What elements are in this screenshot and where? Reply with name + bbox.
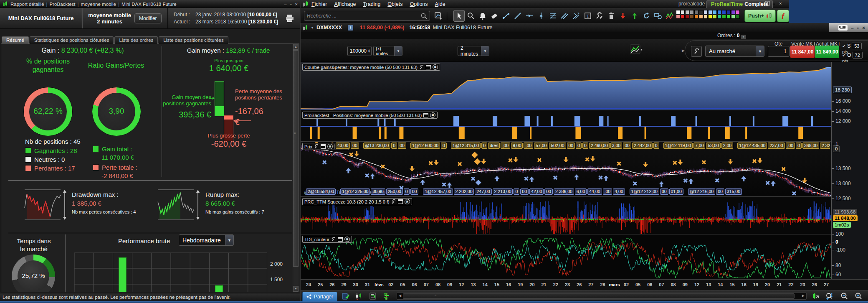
color-swatch[interactable]: [690, 15, 694, 19]
zoom-in-icon[interactable]: [853, 292, 863, 301]
report-scrollbar[interactable]: ▲ ≡ ▼: [293, 44, 299, 292]
detach-icon[interactable]: [338, 237, 343, 242]
order-tag[interactable]: 42,00: [529, 188, 544, 195]
scrollbar-thumb[interactable]: [403, 293, 795, 299]
symbol-dropdown-icon[interactable]: ▼: [311, 26, 314, 30]
search-box[interactable]: [304, 11, 430, 21]
eraser-tool[interactable]: [488, 10, 500, 22]
order-tag[interactable]: 2,00: [721, 143, 733, 149]
color-swatch[interactable]: [731, 10, 735, 14]
close-button[interactable]: ×: [779, 1, 782, 6]
color-swatch[interactable]: [681, 15, 685, 19]
performance-period-select[interactable]: Hebdomadaire ▼: [179, 234, 234, 246]
scroll-left-icon[interactable]: ◀: [399, 294, 401, 298]
close-icon[interactable]: ✖: [433, 64, 438, 70]
menu-fichier[interactable]: Fichier: [311, 1, 327, 7]
order-tag[interactable]: 2 213,00: [493, 188, 513, 195]
shapes-tool[interactable]: [652, 10, 663, 22]
color-swatch[interactable]: [704, 10, 708, 14]
order-tag[interactable]: 0: [514, 188, 519, 195]
trendline-tool[interactable]: [512, 10, 523, 22]
pitchfork-tool[interactable]: [570, 10, 582, 22]
order-tag[interactable]: 44,00: [587, 188, 602, 195]
close-button[interactable]: ×: [295, 2, 298, 7]
order-tag[interactable]: 00: [716, 188, 724, 195]
order-type-select[interactable]: Au marché▼: [705, 46, 764, 57]
order-tag[interactable]: 1@12 457,00: [423, 188, 453, 195]
scroll-up-icon[interactable]: ▲: [293, 44, 299, 50]
detach-icon[interactable]: [321, 144, 326, 149]
order-tag[interactable]: 0: [404, 188, 410, 195]
color-swatch[interactable]: [694, 10, 698, 14]
buy-market-button[interactable]: 11 849,00: [815, 46, 839, 58]
order-tag[interactable]: 00: [623, 143, 631, 149]
alerts-tool[interactable]: [477, 10, 488, 22]
zoom-tool[interactable]: [465, 10, 476, 22]
timeframe-select[interactable]: 2 minutes▼: [458, 46, 489, 56]
order-tag[interactable]: 1@12 119,00: [663, 143, 693, 149]
buy-arrow-tool[interactable]: [629, 10, 640, 22]
color-swatch[interactable]: [690, 10, 694, 14]
order-tag[interactable]: 00: [660, 188, 668, 195]
order-tag[interactable]: 01,00: [669, 188, 683, 195]
equity-panel-header[interactable]: Courbe gains&pertes: moyenne mobile (50 …: [302, 64, 440, 71]
order-tag[interactable]: 250,00: [386, 188, 403, 195]
color-swatch[interactable]: [699, 10, 703, 14]
platform-tab[interactable]: ProRealTimeComplete: [706, 0, 773, 8]
channel-tool[interactable]: [559, 10, 570, 22]
objective-pts-input[interactable]: 72: [853, 52, 863, 59]
color-palette[interactable]: [676, 10, 740, 19]
order-tag[interactable]: 6,00: [575, 188, 587, 195]
order-tag[interactable]: 1@12 325,00: [340, 188, 370, 195]
order-tag[interactable]: 2@10 584,00: [306, 188, 336, 195]
sell-arrow-tool[interactable]: [617, 10, 628, 22]
order-tag[interactable]: dres: [488, 143, 500, 149]
color-swatch[interactable]: [726, 15, 731, 19]
quantity-spinner[interactable]: 100000 ▲▼: [347, 46, 372, 56]
maximize-button[interactable]: ▫: [857, 25, 859, 31]
color-swatch[interactable]: [681, 10, 685, 14]
units-select[interactable]: (x) unités▼: [373, 46, 402, 56]
objective-checkbox[interactable]: ✔: [842, 53, 846, 58]
segment-tool[interactable]: [500, 10, 511, 22]
scrollbar-thumb[interactable]: [293, 50, 299, 267]
order-tag[interactable]: 0: [582, 143, 588, 149]
positions-panel-header[interactable]: ProBacktest - Positions: moyenne mobile …: [302, 112, 438, 119]
color-swatch[interactable]: [713, 10, 717, 14]
order-tag[interactable]: 2 320,00: [820, 143, 830, 149]
pointer-tool[interactable]: [453, 10, 465, 22]
order-tag[interactable]: 0: [481, 143, 487, 149]
order-tag[interactable]: 1@12 435,00: [737, 143, 767, 149]
order-tag[interactable]: 0: [441, 143, 447, 149]
order-tag[interactable]: 1@12 315,00: [451, 143, 481, 149]
order-tag[interactable]: 502,00: [549, 143, 566, 149]
order-tag[interactable]: ,00: [524, 143, 533, 149]
zoom-out-icon[interactable]: [839, 292, 849, 301]
order-tag[interactable]: 00: [520, 188, 529, 195]
tdi-panel-header[interactable]: TDI_couleur ✖: [302, 236, 352, 243]
positions-display-icon[interactable]: [354, 292, 364, 301]
order-tag[interactable]: 9,00: [511, 143, 523, 149]
symbol[interactable]: DXMXXXX: [316, 25, 342, 31]
volume-profile-icon[interactable]: [382, 292, 392, 301]
chart-style-icon[interactable]: [630, 44, 643, 55]
order-settings-icon[interactable]: [691, 46, 702, 57]
color-swatch[interactable]: [704, 15, 708, 19]
order-tag[interactable]: 00: [544, 188, 553, 195]
color-swatch[interactable]: [708, 10, 712, 14]
order-tag[interactable]: 368,00: [802, 143, 819, 149]
delete-tool[interactable]: [605, 10, 617, 22]
zoom-fit-icon[interactable]: [824, 292, 834, 301]
menu-objets[interactable]: Objets: [387, 1, 402, 7]
modify-button[interactable]: Modifier: [134, 13, 162, 23]
search-input[interactable]: [304, 13, 421, 19]
tab-2[interactable]: Liste des ordres: [114, 36, 158, 44]
stop-checkbox[interactable]: ✔: [842, 43, 846, 48]
close-button[interactable]: ×: [862, 25, 865, 31]
order-tag[interactable]: 3,00: [610, 143, 622, 149]
order-tag[interactable]: 2 490,00: [589, 143, 610, 149]
order-tag[interactable]: 0: [653, 143, 659, 149]
close-icon[interactable]: ✖: [430, 112, 435, 118]
horizontal-line-tool[interactable]: [524, 10, 535, 22]
text-tool[interactable]: T: [582, 10, 593, 22]
